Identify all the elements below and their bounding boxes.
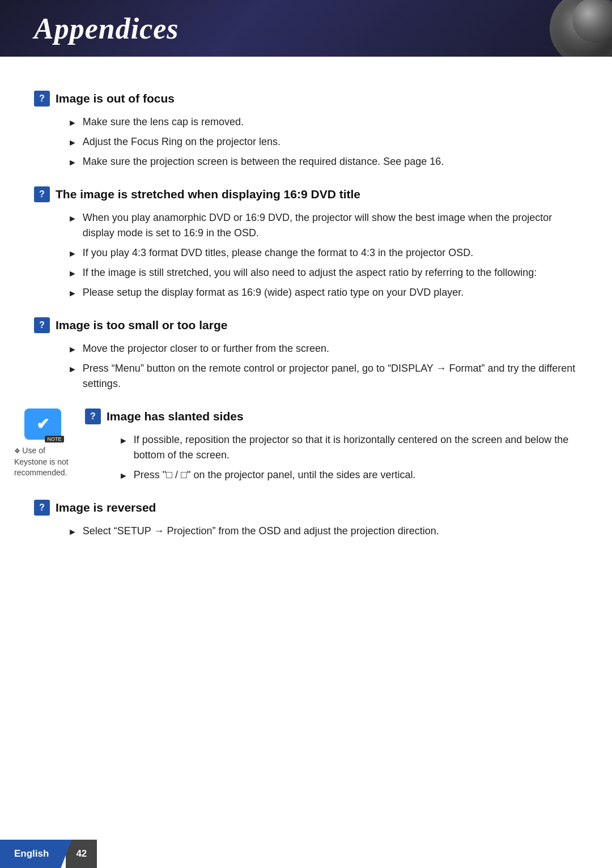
checkmark-icon: ✔: [36, 415, 49, 433]
footer-page-number: 42: [66, 840, 97, 868]
section-focus-heading: ? Image is out of focus: [34, 91, 578, 107]
note-text: Use of Keystone is not recommended.: [14, 445, 71, 479]
list-item: ► Press "□ / □" on the projector panel, …: [119, 467, 578, 483]
bullet-arrow-icon: ►: [68, 247, 77, 261]
list-item: ► If the image is still stretched, you w…: [68, 265, 578, 280]
bullet-arrow-icon: ►: [68, 212, 77, 225]
page-title: Appendices: [34, 12, 179, 45]
question-icon-reversed: ?: [34, 500, 50, 516]
section-reversed-bullets: ► Select “SETUP → Projection” from the O…: [68, 524, 578, 539]
list-item: ► If possible, reposition the projector …: [119, 432, 578, 463]
bullet-arrow-icon: ►: [68, 343, 77, 356]
bullet-arrow-icon: ►: [68, 287, 77, 300]
bullet-text: Press “Menu” button on the remote contro…: [83, 361, 578, 392]
note-area: ✔ Note Use of Keystone is not recommende…: [11, 409, 74, 479]
section-size-bullets: ► Move the projector closer to or furthe…: [68, 341, 578, 392]
question-icon-stretch: ?: [34, 186, 50, 202]
question-icon-slanted: ?: [85, 409, 101, 424]
section-reversed-title: Image is reversed: [56, 501, 156, 514]
section-focus-bullets: ► Make sure the lens cap is removed. ► A…: [68, 114, 578, 169]
page-footer: English 42: [0, 840, 612, 868]
list-item: ► Select “SETUP → Projection” from the O…: [68, 524, 578, 539]
section-size-heading: ? Image is too small or too large: [34, 317, 578, 333]
section-slanted-bullets: ► If possible, reposition the projector …: [119, 432, 578, 483]
list-item: ► Make sure the lens cap is removed.: [68, 114, 578, 130]
section-reversed-heading: ? Image is reversed: [34, 500, 578, 516]
footer-language: English: [0, 840, 71, 868]
bullet-text: Make sure the projection screen is betwe…: [83, 154, 578, 169]
bullet-text: If the image is still stretched, you wil…: [83, 265, 578, 280]
bullet-arrow-icon: ►: [68, 156, 77, 169]
bullet-text: Please setup the display format as 16:9 …: [83, 285, 578, 300]
bullet-arrow-icon: ►: [68, 363, 77, 376]
bullet-text: If you play 4:3 format DVD titles, pleas…: [83, 245, 578, 261]
bullet-arrow-icon: ►: [68, 136, 77, 150]
bullet-arrow-icon: ►: [68, 116, 77, 130]
section-stretch-title: The image is stretched when displaying 1…: [56, 188, 360, 201]
bullet-arrow-icon: ►: [119, 469, 128, 483]
bullet-text: Move the projector closer to or further …: [83, 341, 578, 356]
section-slanted-title: Image has slanted sides: [107, 410, 244, 423]
bullet-arrow-icon: ►: [68, 525, 77, 539]
list-item: ► Please setup the display format as 16:…: [68, 285, 578, 300]
list-item: ► Make sure the projection screen is bet…: [68, 154, 578, 169]
list-item: ► When you play anamorphic DVD or 16:9 D…: [68, 210, 578, 241]
section-size-title: Image is too small or too large: [56, 318, 227, 332]
main-content: ? Image is out of focus ► Make sure the …: [0, 57, 612, 590]
list-item: ► Press “Menu” button on the remote cont…: [68, 361, 578, 392]
page-header: Appendices: [0, 0, 612, 57]
bullet-arrow-icon: ►: [119, 434, 128, 448]
section-slanted-heading: ? Image has slanted sides: [85, 409, 578, 424]
bullet-text: Press "□ / □" on the projector panel, un…: [134, 467, 578, 483]
bullet-text: Make sure the lens cap is removed.: [83, 114, 578, 130]
bullet-arrow-icon: ►: [68, 267, 77, 280]
bullet-text: When you play anamorphic DVD or 16:9 DVD…: [83, 210, 578, 241]
section-stretch-bullets: ► When you play anamorphic DVD or 16:9 D…: [68, 210, 578, 300]
list-item: ► If you play 4:3 format DVD titles, ple…: [68, 245, 578, 261]
question-icon-size: ?: [34, 317, 50, 333]
section-stretch-heading: ? The image is stretched when displaying…: [34, 186, 578, 202]
question-icon-focus: ?: [34, 91, 50, 107]
bullet-text: If possible, reposition the projector so…: [134, 432, 578, 463]
list-item: ► Move the projector closer to or furthe…: [68, 341, 578, 356]
section-focus-title: Image is out of focus: [56, 92, 175, 105]
bullet-text: Select “SETUP → Projection” from the OSD…: [83, 524, 578, 539]
list-item: ► Adjust the Focus Ring on the projector…: [68, 134, 578, 150]
note-label: Note: [45, 436, 63, 442]
bullet-text: Adjust the Focus Ring on the projector l…: [83, 134, 578, 150]
lens-decoration: [538, 0, 612, 57]
note-badge: ✔ Note: [24, 409, 61, 440]
